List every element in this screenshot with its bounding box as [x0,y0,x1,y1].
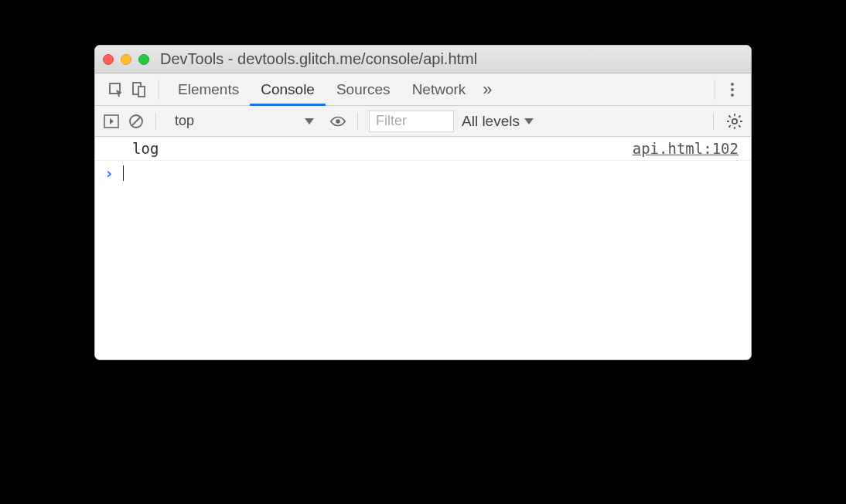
divider [715,80,715,100]
toggle-sidebar-icon[interactable] [103,113,120,130]
main-tabbar: Elements Console Sources Network » [95,73,751,106]
live-expression-icon[interactable] [329,113,346,130]
titlebar[interactable]: DevTools - devtools.glitch.me/console/ap… [95,46,751,73]
tab-network[interactable]: Network [401,73,477,106]
more-tabs-button[interactable]: » [476,80,498,100]
maximize-window-button[interactable] [138,54,149,65]
close-window-button[interactable] [103,54,114,65]
minimize-window-button[interactable] [121,54,131,65]
console-output: log api.html:102 › [95,137,751,359]
divider [155,113,156,130]
device-toolbar-icon[interactable] [128,73,151,106]
tab-sources[interactable]: Sources [326,73,401,106]
prompt-chevron-icon: › [104,164,114,182]
text-cursor [123,165,124,181]
filter-placeholder: Filter [376,113,407,129]
tab-elements[interactable]: Elements [167,73,250,106]
chevron-down-icon [305,118,314,124]
console-prompt[interactable]: › [95,161,751,186]
svg-line-5 [131,117,141,126]
svg-line-14 [729,125,731,127]
divider [713,113,714,130]
levels-label: All levels [462,113,520,130]
divider [159,80,159,100]
console-settings-icon[interactable] [726,113,743,130]
log-levels-selector[interactable]: All levels [462,113,534,130]
log-entry[interactable]: log api.html:102 [95,137,751,161]
svg-point-6 [336,119,340,124]
execution-context-selector[interactable]: top [167,110,322,133]
inspect-element-icon[interactable] [104,73,128,106]
svg-line-13 [739,125,740,127]
settings-menu-button[interactable] [723,80,742,99]
window-controls [103,54,149,65]
devtools-window: DevTools - devtools.glitch.me/console/ap… [94,45,752,360]
log-source-link[interactable]: api.html:102 [633,140,739,157]
svg-line-12 [729,115,731,117]
context-label: top [175,113,194,129]
clear-console-icon[interactable] [128,113,145,130]
filter-input[interactable]: Filter [369,111,454,132]
window-title: DevTools - devtools.glitch.me/console/ap… [160,50,477,68]
divider [357,113,358,130]
svg-rect-2 [138,87,145,97]
tab-console[interactable]: Console [250,73,326,106]
console-toolbar: top Filter All levels [95,106,751,137]
chevron-down-icon [524,118,534,124]
svg-point-7 [732,118,737,123]
log-message: log [132,140,159,157]
svg-line-15 [739,115,740,117]
